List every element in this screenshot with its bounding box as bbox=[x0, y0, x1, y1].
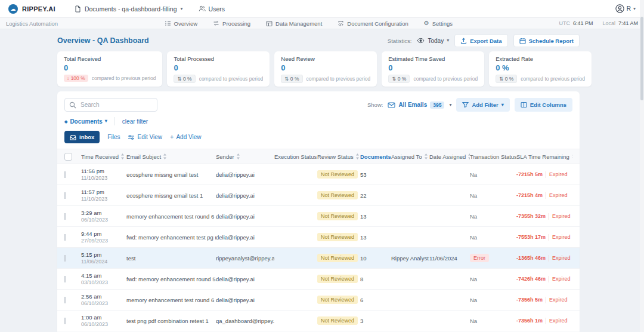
mailbox-selector[interactable]: All Emails 395 bbox=[388, 102, 444, 109]
users-menu[interactable]: Users bbox=[199, 5, 225, 13]
row-checkbox[interactable] bbox=[64, 213, 81, 220]
col-sla-time-remaining[interactable]: SLA Time Remaining bbox=[516, 153, 572, 160]
review-status-cell: Not Reviewed bbox=[317, 170, 360, 179]
documents-count: 3 bbox=[360, 318, 391, 324]
review-status-cell: Not Reviewed bbox=[317, 212, 360, 220]
brand[interactable]: ☁ RIPPEY.AI bbox=[8, 4, 55, 14]
table-row[interactable]: 9:44 pm 27/09/2023 fwd: memory enhanceme… bbox=[57, 227, 580, 248]
row-checkbox[interactable] bbox=[64, 276, 81, 282]
col-sender[interactable]: Sender bbox=[216, 153, 274, 160]
scrollbar-thumb[interactable] bbox=[640, 17, 643, 100]
nav-item-overview[interactable]: Overview bbox=[165, 20, 198, 27]
add-filter-button[interactable]: Add Filter ▾ bbox=[456, 98, 509, 112]
nav-label: Settings bbox=[432, 20, 453, 27]
nav-item-processing[interactable]: Processing bbox=[213, 20, 250, 27]
col-execution-status[interactable]: Execution Status bbox=[274, 153, 317, 160]
sort-icon bbox=[424, 153, 428, 159]
stat-card-estimated-time-saved: Estimated Time Saved 0 ⇅ 0 % compared to… bbox=[382, 51, 484, 87]
review-status-badge: Not Reviewed bbox=[317, 191, 358, 199]
stat-label: Extracted Rate bbox=[496, 56, 585, 62]
row-checkbox[interactable] bbox=[64, 318, 81, 324]
col-transaction-status[interactable]: Transaction Status bbox=[470, 153, 516, 160]
table-row[interactable]: 3:29 am 06/10/2023 memory enhancement te… bbox=[57, 206, 580, 227]
tab-inbox[interactable]: Inbox bbox=[64, 131, 100, 143]
review-status-badge: Not Reviewed bbox=[317, 233, 358, 241]
documents-count: 53 bbox=[360, 171, 391, 178]
sort-icon bbox=[120, 153, 125, 159]
search-row: Show: All Emails 395 ▾ bbox=[64, 98, 572, 112]
diamond-icon: ◆ bbox=[64, 119, 67, 124]
nav-item-data-management[interactable]: Data Management bbox=[266, 20, 322, 27]
eye-icon bbox=[417, 38, 425, 44]
chevron-down-icon: ▾ bbox=[181, 7, 183, 11]
workspace-selector[interactable]: Documents - qa-dashboard-filling ▾ bbox=[75, 5, 183, 13]
time-received-cell: 5:15 pm 11/06/2024 bbox=[81, 251, 126, 265]
divider bbox=[546, 297, 546, 303]
col-assigned-to[interactable]: Assigned To bbox=[391, 153, 429, 160]
search-icon bbox=[69, 102, 76, 109]
row-checkbox[interactable] bbox=[64, 171, 81, 178]
stat-label: Need Review bbox=[281, 56, 370, 62]
transaction-status: Na bbox=[470, 192, 477, 199]
table-row[interactable]: 11:57 pm 11/10/2023 ecosphere missng ema… bbox=[57, 185, 580, 206]
add-view-button[interactable]: + Add View bbox=[170, 134, 202, 140]
documents-filter-chip[interactable]: ◆ Documents ▾ bbox=[64, 118, 107, 125]
envelope-icon bbox=[388, 102, 395, 108]
time-received: 1:00 am bbox=[81, 314, 126, 321]
edit-columns-button[interactable]: Edit Columns bbox=[515, 98, 572, 112]
table-row[interactable]: 5:15 pm 11/06/2024 test rippeyanalyst@ri… bbox=[57, 248, 580, 269]
workspace-label: Documents - qa-dashboard-filling bbox=[85, 5, 177, 13]
rippey-logo-icon: ☁ bbox=[8, 4, 18, 14]
documents-count: 13 bbox=[360, 234, 391, 241]
time-received: 9:44 pm bbox=[81, 230, 126, 237]
inbox-icon bbox=[70, 134, 76, 140]
time-received: 4:15 am bbox=[81, 272, 126, 279]
email-subject: test bbox=[126, 255, 216, 262]
col-review-status[interactable]: Review Status bbox=[317, 153, 360, 160]
col-time-received[interactable]: Time Received bbox=[81, 153, 126, 160]
schedule-report-button[interactable]: Schedule Report bbox=[513, 34, 580, 47]
filter-chip-label: Documents bbox=[70, 118, 102, 125]
sla-time: -7215h 5m bbox=[516, 171, 543, 177]
col-email-subject[interactable]: Email Subject bbox=[126, 153, 216, 160]
period-selector[interactable]: Today ▾ bbox=[417, 38, 449, 44]
table-row[interactable]: 11:56 pm 11/10/2023 ecosphere missng ema… bbox=[57, 164, 580, 185]
transaction-status: Na bbox=[470, 213, 477, 220]
edit-view-button[interactable]: Edit View bbox=[128, 134, 162, 140]
clear-filter-link[interactable]: clear filter bbox=[122, 118, 148, 125]
tab-files[interactable]: Files bbox=[107, 134, 120, 140]
sla-cell: -7215h 5m Expired bbox=[516, 171, 572, 178]
row-checkbox[interactable] bbox=[64, 297, 81, 303]
chevron-down-icon[interactable]: ▾ bbox=[449, 103, 451, 107]
row-checkbox[interactable] bbox=[64, 234, 81, 241]
table-row[interactable]: 4:15 am 03/10/2023 fwd: memory enhanceme… bbox=[57, 269, 580, 290]
tab-files-label: Files bbox=[107, 134, 120, 140]
search-input[interactable] bbox=[64, 98, 157, 112]
select-all-checkbox[interactable] bbox=[64, 153, 81, 161]
nav-label: Document Configuration bbox=[347, 20, 408, 27]
row-checkbox[interactable] bbox=[64, 255, 81, 262]
sla-time: -7356h 1m bbox=[516, 318, 543, 324]
table-row[interactable]: 1:00 am 06/10/2023 test png pdf combinat… bbox=[57, 311, 580, 331]
time-received-cell: 3:29 am 06/10/2023 bbox=[81, 210, 126, 223]
col-documents[interactable]: Documents bbox=[360, 153, 391, 160]
sla-status: Expired bbox=[552, 213, 571, 219]
nav-item-settings[interactable]: ⚙ Settings bbox=[424, 20, 453, 27]
nav-item-document-configuration[interactable]: Document Configuration bbox=[338, 20, 408, 27]
row-checkbox[interactable] bbox=[64, 192, 81, 199]
arrows-updown-icon: ⇅ bbox=[392, 76, 396, 82]
arrows-updown-icon: ⇅ bbox=[499, 76, 503, 82]
view-tabs: Inbox Files Edit View + Add View bbox=[64, 131, 572, 143]
review-status-cell: Not Reviewed bbox=[317, 275, 360, 283]
user-menu[interactable]: R ▾ bbox=[615, 4, 636, 13]
local-time: 7:41 AM bbox=[618, 20, 638, 26]
stat-label: Total Processed bbox=[174, 56, 263, 62]
export-data-button[interactable]: Export Data bbox=[454, 34, 507, 47]
page-scrollbar[interactable] bbox=[640, 0, 644, 332]
transaction-status: Na bbox=[470, 276, 477, 282]
compare-label: compared to previous period bbox=[199, 76, 264, 82]
time-received: 2:56 am bbox=[81, 293, 126, 300]
table-row[interactable]: 2:56 am 06/10/2023 memory enhancement te… bbox=[57, 290, 580, 311]
col-date-assigned[interactable]: Date Assigned bbox=[429, 153, 470, 160]
nav-label: Data Management bbox=[275, 20, 322, 27]
